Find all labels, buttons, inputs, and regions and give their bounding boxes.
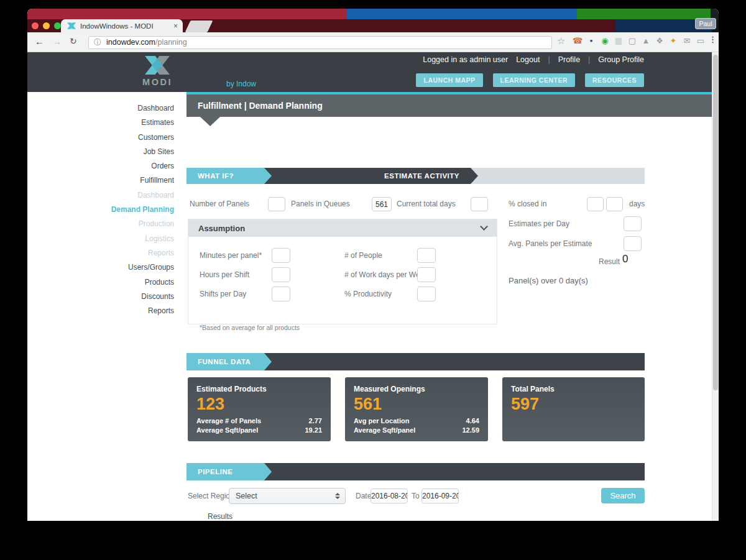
select-region-label: Select Region bbox=[188, 488, 234, 504]
productivity-input[interactable] bbox=[417, 287, 436, 301]
phone-extension-icon[interactable]: ☎ bbox=[572, 36, 583, 46]
launch-mapp-button[interactable]: LAUNCH MAPP bbox=[416, 73, 482, 87]
current-total-days-label: Current total days bbox=[397, 197, 456, 211]
logout-link[interactable]: Logout bbox=[516, 55, 540, 64]
stat-value: 4.64 bbox=[466, 416, 479, 426]
stat-value: 2.77 bbox=[309, 416, 322, 426]
link-separator: | bbox=[588, 55, 590, 64]
stat-label: Average Sqft/panel bbox=[354, 426, 415, 435]
sidebar-item-products[interactable]: Products bbox=[27, 275, 186, 290]
url-bar[interactable]: ⓘ indowdev.com /planning bbox=[88, 36, 552, 49]
estimates-per-day-input[interactable] bbox=[624, 216, 642, 231]
sidebar-item-sub-dashboard[interactable]: Dashboard bbox=[27, 188, 186, 203]
card-value: 123 bbox=[196, 395, 322, 414]
location-pin-extension-icon[interactable]: ◉ bbox=[599, 36, 610, 46]
group-profile-link[interactable]: Group Profile bbox=[598, 55, 644, 64]
current-total-days-input[interactable] bbox=[471, 197, 488, 211]
pct-closed-in-input-1[interactable] bbox=[587, 197, 604, 211]
drive-extension-icon[interactable]: ▲ bbox=[640, 36, 652, 46]
minutes-per-panel-label: Minutes per panel* bbox=[200, 248, 262, 263]
reload-icon[interactable]: ↻ bbox=[70, 37, 77, 46]
people-input[interactable] bbox=[417, 248, 436, 263]
back-icon[interactable]: ← bbox=[35, 37, 44, 46]
work-days-per-week-input[interactable] bbox=[417, 267, 436, 282]
card-estimated-products: Estimated Products 123 Average # of Pane… bbox=[188, 377, 331, 441]
assumption-title: Assumption bbox=[198, 224, 245, 233]
sidebar-item-estimates[interactable]: Estimates bbox=[27, 116, 186, 130]
mail-extension-icon[interactable]: ✉ bbox=[681, 36, 693, 46]
work-days-per-week-label: # of Work days per Week bbox=[344, 267, 428, 282]
panels-in-queues-input[interactable] bbox=[372, 197, 392, 211]
region-select-value: Select bbox=[229, 492, 333, 500]
page-info-icon[interactable]: ⓘ bbox=[94, 37, 101, 48]
sidebar-item-reports[interactable]: Reports bbox=[27, 304, 186, 318]
assumption-panel: Assumption Minutes per panel* # of Peopl… bbox=[188, 219, 497, 324]
minutes-per-panel-input[interactable] bbox=[272, 248, 290, 263]
stat-value: 12.59 bbox=[462, 426, 479, 435]
bookmark-star-icon[interactable]: ☆ bbox=[557, 36, 565, 45]
window-minimize-button[interactable] bbox=[43, 22, 50, 29]
grid-extension-icon[interactable]: ▦ bbox=[613, 36, 624, 46]
number-of-panels-input[interactable] bbox=[268, 197, 285, 211]
sidebar-item-production[interactable]: Production bbox=[27, 217, 186, 231]
profile-chip[interactable]: Paul bbox=[695, 18, 716, 29]
learning-center-button[interactable]: LEARNING CENTER bbox=[493, 73, 575, 87]
hours-per-shift-input[interactable] bbox=[272, 267, 290, 282]
wallpaper-strip bbox=[27, 9, 719, 19]
browser-menu-icon[interactable]: ⋮ bbox=[709, 35, 717, 44]
avg-panels-per-estimate-input[interactable] bbox=[624, 236, 642, 251]
days-label: days bbox=[629, 197, 645, 211]
wallpaper-blue bbox=[347, 9, 577, 19]
browser-window: IndowWindows - MODI × Paul ← → ↻ ⓘ indow… bbox=[27, 9, 719, 521]
cast-extension-icon[interactable]: ▭ bbox=[695, 36, 706, 46]
sidebar-item-sub-reports[interactable]: Reports bbox=[27, 246, 186, 260]
assumption-footnote: *Based on average for all products bbox=[200, 324, 300, 331]
pct-closed-in-input-2[interactable] bbox=[606, 197, 623, 211]
wallpaper-red bbox=[27, 9, 347, 19]
card-value: 561 bbox=[354, 395, 479, 414]
shifts-per-day-input[interactable] bbox=[272, 287, 290, 301]
scrollbar-thumb[interactable] bbox=[713, 55, 718, 390]
sidebar-item-job-sites[interactable]: Job Sites bbox=[27, 145, 186, 159]
stat-label: Average # of Panels bbox=[196, 416, 261, 426]
date-to-input[interactable] bbox=[421, 489, 459, 503]
chevron-down-icon[interactable] bbox=[480, 223, 488, 231]
resources-button[interactable]: RESOURCES bbox=[585, 73, 644, 87]
screenshot-extension-icon[interactable]: ▢ bbox=[627, 36, 638, 46]
card-value: 597 bbox=[511, 395, 636, 414]
tab-what-if[interactable]: WHAT IF? bbox=[186, 168, 272, 184]
sidebar-item-users-groups[interactable]: Users/Groups bbox=[27, 260, 186, 275]
sidebar-item-dashboard[interactable]: Dashboard bbox=[27, 101, 186, 116]
wallpaper-green bbox=[577, 9, 711, 19]
search-button[interactable]: Search bbox=[601, 488, 645, 503]
shifts-per-day-label: Shifts per Day bbox=[200, 287, 246, 301]
profile-link[interactable]: Profile bbox=[558, 55, 580, 64]
date-from-input[interactable] bbox=[371, 489, 408, 503]
pipeline-bar: PIPELINE bbox=[186, 463, 645, 480]
browser-tab[interactable]: IndowWindows - MODI × bbox=[61, 19, 183, 32]
sidebar-item-customers[interactable]: Customers bbox=[27, 131, 186, 145]
sidebar-item-orders[interactable]: Orders bbox=[27, 159, 186, 173]
tab-estimate-activity[interactable]: ESTIMATE ACTIVITY bbox=[264, 168, 478, 184]
forward-icon[interactable]: → bbox=[52, 37, 62, 46]
card-title: Total Panels bbox=[511, 385, 636, 393]
window-close-button[interactable] bbox=[32, 22, 39, 29]
tab-close-icon[interactable]: × bbox=[173, 22, 178, 30]
window-zoom-button[interactable] bbox=[54, 22, 61, 29]
assumption-header[interactable]: Assumption bbox=[188, 219, 497, 237]
key-extension-icon[interactable]: ✦ bbox=[668, 36, 679, 46]
dropbox-extension-icon[interactable]: ❖ bbox=[654, 36, 665, 46]
sidebar-item-logistics[interactable]: Logistics bbox=[27, 232, 186, 246]
sidebar-item-discounts[interactable]: Discounts bbox=[27, 290, 186, 304]
panels-over-text: Panel(s) over 0 day(s) bbox=[509, 276, 588, 285]
session-row: Logged in as admin user Logout | Profile… bbox=[423, 55, 644, 64]
badge-extension-icon[interactable]: ▪ bbox=[586, 36, 597, 46]
hours-per-shift-label: Hours per Shift bbox=[200, 267, 249, 282]
results-label: Results bbox=[208, 512, 233, 521]
url-host: indowdev.com bbox=[106, 38, 155, 47]
desktop: IndowWindows - MODI × Paul ← → ↻ ⓘ indow… bbox=[0, 0, 746, 560]
region-select[interactable]: Select bbox=[229, 488, 346, 504]
number-of-panels-label: Number of Panels bbox=[190, 197, 249, 211]
sidebar-item-demand-planning[interactable]: Demand Planning bbox=[27, 203, 186, 217]
sidebar-item-fulfillment[interactable]: Fulfillment bbox=[27, 173, 186, 188]
